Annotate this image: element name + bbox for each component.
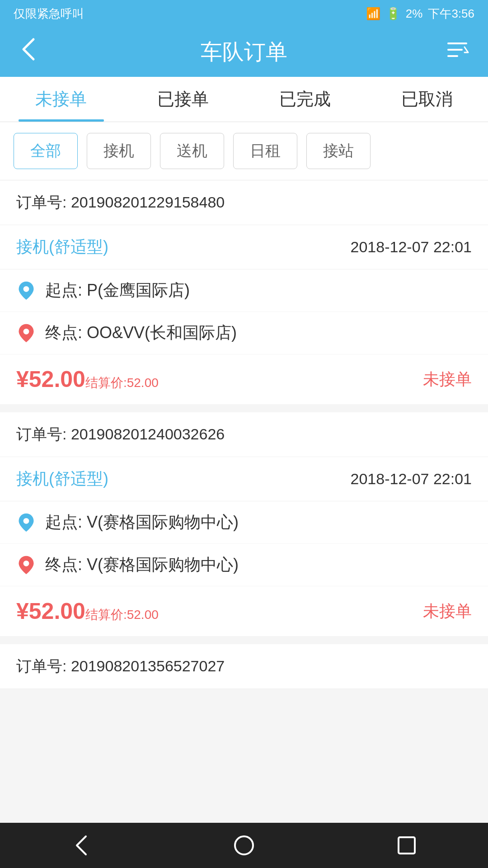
back-button[interactable] <box>18 36 54 68</box>
order-list: 订单号: 201908201229158480 接机(舒适型) 2018-12-… <box>0 180 488 823</box>
svg-point-5 <box>23 518 29 524</box>
filter-dropoff[interactable]: 送机 <box>160 133 224 169</box>
nav-recent-button[interactable] <box>393 832 420 859</box>
end-location-text: 终点: V(赛格国际购物中心) <box>45 554 239 576</box>
price-sub: 结算价:52.00 <box>85 374 159 392</box>
battery-icon: 🔋 <box>386 7 400 21</box>
filter-all[interactable]: 全部 <box>14 133 78 169</box>
sort-button[interactable] <box>434 37 470 67</box>
order-time: 2018-12-07 22:01 <box>351 470 472 488</box>
order-status: 未接单 <box>423 600 472 623</box>
start-location-icon <box>16 513 36 533</box>
order-card[interactable]: 订单号: 201908201229158480 接机(舒适型) 2018-12-… <box>0 180 488 404</box>
price-section: ¥52.00 结算价:52.00 <box>16 598 159 624</box>
order-end-row: 终点: OO&VV(长和国际店) <box>0 312 488 354</box>
order-status: 未接单 <box>423 368 472 391</box>
price-section: ¥52.00 结算价:52.00 <box>16 366 159 392</box>
end-location-text: 终点: OO&VV(长和国际店) <box>45 322 237 344</box>
order-start-row: 起点: P(金鹰国际店) <box>0 269 488 312</box>
emergency-text: 仅限紧急呼叫 <box>14 6 84 22</box>
tab-accepted[interactable]: 已接单 <box>122 77 244 122</box>
order-type-row: 接机(舒适型) 2018-12-07 22:01 <box>0 457 488 501</box>
start-location-icon <box>16 281 36 301</box>
top-nav: 车队订单 <box>0 27 488 77</box>
status-icons: 📶 🔋 2% 下午3:56 <box>366 6 474 22</box>
order-type: 接机(舒适型) <box>16 236 108 258</box>
tabs-bar: 未接单 已接单 已完成 已取消 <box>0 77 488 122</box>
order-time: 2018-12-07 22:01 <box>351 238 472 256</box>
tab-pending[interactable]: 未接单 <box>0 77 122 122</box>
price-main: ¥52.00 <box>16 366 85 392</box>
filter-pickup[interactable]: 接机 <box>87 133 151 169</box>
filter-daily[interactable]: 日租 <box>233 133 297 169</box>
nav-home-button[interactable] <box>230 832 258 859</box>
svg-point-6 <box>23 560 29 566</box>
tab-completed[interactable]: 已完成 <box>244 77 366 122</box>
end-location-icon <box>16 555 36 575</box>
bottom-nav <box>0 823 488 868</box>
svg-point-4 <box>23 328 29 334</box>
order-card[interactable]: 订单号: 201908201240032626 接机(舒适型) 2018-12-… <box>0 412 488 636</box>
order-type: 接机(舒适型) <box>16 468 108 490</box>
price-main: ¥52.00 <box>16 598 85 624</box>
end-location-icon <box>16 323 36 343</box>
svg-point-3 <box>23 286 29 292</box>
page-title: 车队订单 <box>201 38 287 66</box>
svg-point-7 <box>235 836 253 854</box>
order-number: 订单号: 201908201356527027 <box>0 644 488 689</box>
wifi-icon: 📶 <box>366 7 380 21</box>
order-end-row: 终点: V(赛格国际购物中心) <box>0 544 488 586</box>
time-display: 下午3:56 <box>428 6 474 22</box>
order-start-row: 起点: V(赛格国际购物中心) <box>0 501 488 544</box>
start-location-text: 起点: P(金鹰国际店) <box>45 279 190 302</box>
filter-station[interactable]: 接站 <box>306 133 371 169</box>
order-number: 订单号: 201908201240032626 <box>0 412 488 457</box>
tab-cancelled[interactable]: 已取消 <box>366 77 488 122</box>
battery-percent: 2% <box>406 7 423 21</box>
order-price-row: ¥52.00 结算价:52.00 未接单 <box>0 586 488 636</box>
start-location-text: 起点: V(赛格国际购物中心) <box>45 511 239 533</box>
filter-bar: 全部 接机 送机 日租 接站 <box>0 122 488 180</box>
order-number: 订单号: 201908201229158480 <box>0 180 488 225</box>
svg-rect-8 <box>399 837 415 854</box>
order-price-row: ¥52.00 结算价:52.00 未接单 <box>0 354 488 404</box>
order-type-row: 接机(舒适型) 2018-12-07 22:01 <box>0 225 488 269</box>
price-sub: 结算价:52.00 <box>85 606 159 623</box>
nav-back-button[interactable] <box>68 832 95 859</box>
order-card[interactable]: 订单号: 201908201356527027 <box>0 644 488 689</box>
status-bar: 仅限紧急呼叫 📶 🔋 2% 下午3:56 <box>0 0 488 27</box>
